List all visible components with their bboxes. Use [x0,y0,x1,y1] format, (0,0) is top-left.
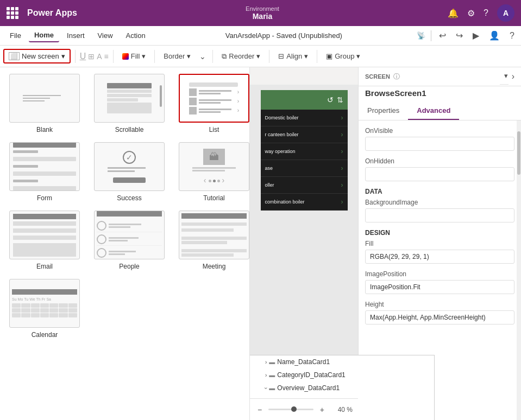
down-chevron-btn[interactable]: ⌄ [199,52,206,61]
environment-info: Environment Maria [84,5,441,21]
reorder-label: Reorder [229,52,254,60]
fill-chevron: ▾ [142,52,146,60]
menu-view[interactable]: View [92,29,118,42]
on-visible-label: OnVisible [365,127,514,135]
success-thumb-el: ✓ [94,142,165,191]
tab-advanced[interactable]: Advanced [408,102,459,120]
tab-properties[interactable]: Properties [359,102,408,120]
fill-input[interactable] [365,250,514,264]
avatar[interactable]: A [497,4,514,22]
height-input[interactable] [365,310,514,324]
canvas-item-4: oller › [261,177,348,194]
border-btn[interactable]: Border ▾ [159,50,195,62]
canvas-sort-icon[interactable]: ⇅ [337,96,343,104]
height-field: Height [365,301,514,324]
border-chevron: ▾ [187,52,191,60]
people-thumb [94,211,165,259]
tree-icon-1: ▬ [269,372,275,378]
group-chevron: ▾ [356,52,360,60]
underline-btn[interactable]: U [80,52,86,61]
props-info-icon[interactable]: ⓘ [393,72,400,81]
image-position-label: ImagePosition [365,270,514,278]
waffle-icon[interactable] [7,7,18,19]
success-label: Success [117,194,141,202]
props-section-label: SCREEN [365,73,390,80]
props-chevron-icon[interactable]: › [512,72,514,81]
zoom-plus-btn[interactable]: + [318,404,327,415]
fill-btn[interactable]: Fill ▾ [118,50,150,62]
group-label: Group [335,52,354,60]
template-people[interactable]: People [91,211,167,270]
zoom-minus-btn[interactable]: − [255,404,264,415]
help-icon[interactable]: ? [484,8,488,18]
props-scrollbar-track [517,120,521,420]
env-label: Environment [246,5,279,12]
menu-insert[interactable]: Insert [61,29,90,42]
template-calendar[interactable]: SuMoTuWeThFrSa Calendar [7,279,83,339]
tree-expand-2: › [263,387,269,389]
tree-expand-0: › [265,359,267,365]
canvas-chevron-3: › [341,164,343,172]
height-label: Height [365,301,514,308]
meeting-thumb [179,211,249,259]
on-visible-input[interactable] [365,137,514,151]
props-scrollbar-thumb[interactable] [517,131,520,175]
template-scrollable[interactable]: Scrollable [91,74,167,133]
template-tutorial[interactable]: 🏔 ‹ › Tutori [176,142,250,202]
align-btn-2[interactable]: ⊟ Align ▾ [274,50,312,62]
new-screen-button[interactable]: ⬜ New screen ▾ [3,49,71,63]
help-menu-btn[interactable]: ? [507,30,517,42]
list-label: List [209,126,219,133]
template-email[interactable]: Email [7,211,83,270]
toolbar: ⬜ New screen ▾ U ⊞ A ≡ Fill ▾ Border ▾ ⌄… [0,46,521,67]
on-hidden-field: OnHidden [365,157,514,181]
menu-file[interactable]: File [4,29,27,42]
reorder-btn[interactable]: ⧉ Reorder ▾ [217,50,265,63]
on-hidden-input[interactable] [365,167,514,181]
template-form[interactable]: Form [7,142,83,202]
screen-select-area: ▾ [500,67,509,85]
image-position-input[interactable] [365,280,514,294]
tree-label-2: Overview_DataCard1 [277,384,340,392]
align-btn[interactable]: ⊞ [88,52,95,61]
template-success[interactable]: ✓ Success [91,142,167,202]
app-name: VanArsdelApp - Saved (Unpublished) [225,31,342,40]
settings-icon[interactable]: ⚙ [467,8,475,18]
play-btn[interactable]: ▶ [470,29,481,42]
app-title: Power Apps [27,8,77,18]
on-hidden-label: OnHidden [365,157,514,165]
notification-icon[interactable]: 🔔 [448,8,459,18]
user-btn[interactable]: 👤 [487,29,502,42]
toolbar-right-icons: 📡 ↩ ↪ ▶ 👤 ? [417,29,517,42]
canvas-refresh-icon[interactable]: ↺ [327,96,334,104]
group-btn[interactable]: ▣ Group ▾ [322,50,365,62]
font-btn[interactable]: A [97,52,102,61]
background-image-label: BackgroundImage [365,199,514,206]
menu-action[interactable]: Action [121,29,151,42]
data-section-label: DATA [365,188,514,195]
new-screen-dropdown-icon[interactable]: ▾ [61,52,65,60]
background-image-input[interactable] [365,208,514,222]
canvas-chevron-4: › [341,181,343,189]
new-screen-label: New screen [22,52,59,60]
on-visible-field: OnVisible [365,127,514,151]
props-tabs: Properties Advanced [359,102,521,120]
menu-home[interactable]: Home [29,29,59,42]
tree-label-1: CategoryID_DataCard1 [277,371,345,379]
template-meeting[interactable]: Meeting [176,211,250,270]
canvas-item-5: combination boiler › [261,194,348,211]
reorder-chevron: ▾ [256,52,260,60]
list-btn[interactable]: ≡ [104,52,109,61]
undo-btn[interactable]: ↩ [437,29,448,42]
scrollable-thumb [94,74,165,123]
template-list[interactable]: › › [176,74,250,133]
template-blank[interactable]: Blank [7,74,83,133]
connectivity-icon: 📡 [417,31,425,40]
blank-thumb [9,74,80,123]
zoom-slider[interactable] [268,409,313,410]
zoom-thumb [291,406,297,412]
border-label: Border [164,52,185,60]
canvas-controls: − + 40 % [250,398,358,420]
redo-btn[interactable]: ↪ [454,29,465,42]
align-chevron: ▾ [304,52,308,60]
